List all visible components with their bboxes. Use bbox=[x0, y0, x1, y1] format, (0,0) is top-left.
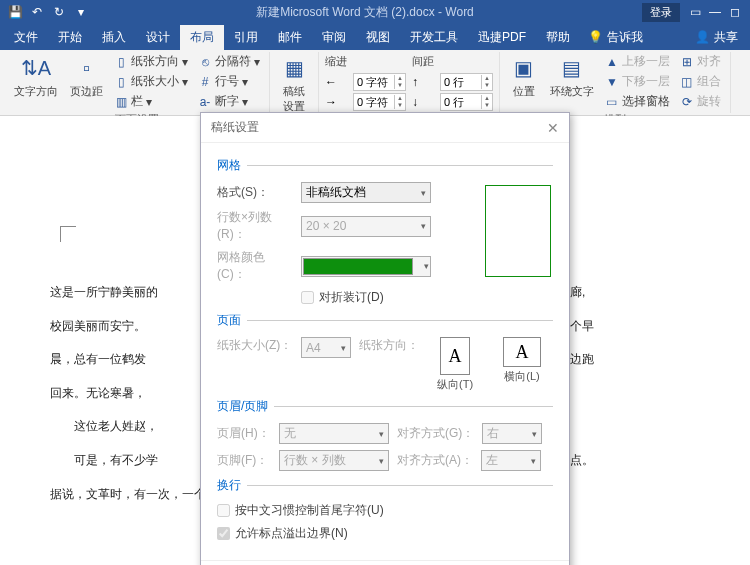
close-icon[interactable]: ✕ bbox=[547, 120, 559, 136]
send-backward-button[interactable]: ▼下移一层 bbox=[602, 72, 673, 91]
section-grid: 网格 bbox=[217, 157, 553, 174]
undo-icon[interactable]: ↶ bbox=[30, 5, 44, 19]
group-paragraph: 缩进 间距 ← ▲▼ ↑ ▲▼ → ▲▼ ↓ ▲▼ 段落 bbox=[319, 52, 500, 113]
chevron-down-icon: ▾ bbox=[531, 456, 536, 466]
rowcol-label: 行数×列数(R)： bbox=[217, 209, 293, 243]
orientation-button[interactable]: ▯纸张方向▾ bbox=[111, 52, 191, 71]
qat: 💾 ↶ ↻ ▾ bbox=[8, 5, 88, 19]
fold-checkbox[interactable]: 对折装订(D) bbox=[301, 289, 384, 306]
color-swatch bbox=[303, 258, 413, 275]
tab-mailings[interactable]: 邮件 bbox=[268, 25, 312, 50]
window-title: 新建Microsoft Word 文档 (2).docx - Word bbox=[88, 4, 642, 21]
spacing-before-input[interactable]: ▲▼ bbox=[440, 73, 493, 91]
group-page-setup: ⇅A文字方向 ▫页边距 ▯纸张方向▾ ▯纸张大小▾ ▥栏▾ ⎋分隔符▾ #行号▾… bbox=[4, 52, 270, 113]
login-button[interactable]: 登录 bbox=[642, 3, 680, 22]
margins-icon: ▫ bbox=[73, 54, 101, 82]
qat-more-icon[interactable]: ▾ bbox=[74, 5, 88, 19]
tab-developer[interactable]: 开发工具 bbox=[400, 25, 468, 50]
position-button[interactable]: ▣位置 bbox=[506, 52, 542, 101]
tab-file[interactable]: 文件 bbox=[4, 25, 48, 50]
wrap-icon: ▤ bbox=[558, 54, 586, 82]
tab-layout[interactable]: 布局 bbox=[180, 25, 224, 50]
papersize-label: 纸张大小(Z)： bbox=[217, 337, 293, 354]
size-button[interactable]: ▯纸张大小▾ bbox=[111, 72, 191, 91]
alignG-label: 对齐方式(G)： bbox=[397, 425, 474, 442]
ribbon-options-icon[interactable]: ▭ bbox=[688, 5, 702, 19]
selection-pane-icon: ▭ bbox=[605, 95, 619, 109]
preview-box bbox=[485, 185, 551, 277]
send-backward-icon: ▼ bbox=[605, 75, 619, 89]
bring-forward-icon: ▲ bbox=[605, 55, 619, 69]
orient-label: 纸张方向： bbox=[359, 337, 419, 354]
chevron-down-icon: ▾ bbox=[182, 75, 188, 89]
manuscript-settings-button[interactable]: ▦稿纸 设置 bbox=[276, 52, 312, 116]
wrap-text-button[interactable]: ▤环绕文字 bbox=[546, 52, 598, 101]
menu-bar: 文件 开始 插入 设计 布局 引用 邮件 审阅 视图 开发工具 迅捷PDF 帮助… bbox=[0, 24, 750, 50]
margin-corner bbox=[60, 226, 76, 242]
tab-home[interactable]: 开始 bbox=[48, 25, 92, 50]
chevron-down-icon: ▾ bbox=[242, 95, 248, 109]
orientation-landscape[interactable]: A横向(L) bbox=[503, 337, 541, 392]
margins-button[interactable]: ▫页边距 bbox=[66, 52, 107, 101]
share-button[interactable]: 👤共享 bbox=[687, 29, 746, 46]
color-label: 网格颜色(C)： bbox=[217, 249, 293, 283]
manuscript-settings-dialog: 稿纸设置 ✕ 网格 格式(S)： 非稿纸文档▾ 行数×列数(R)： 20 × 2… bbox=[200, 112, 570, 565]
breaks-button[interactable]: ⎋分隔符▾ bbox=[195, 52, 263, 71]
tab-review[interactable]: 审阅 bbox=[312, 25, 356, 50]
orientation-portrait[interactable]: A纵向(T) bbox=[437, 337, 473, 392]
section-page: 页面 bbox=[217, 312, 553, 329]
hyphenation-button[interactable]: a-断字▾ bbox=[195, 92, 263, 111]
tab-help[interactable]: 帮助 bbox=[536, 25, 580, 50]
indent-right-input[interactable]: ▲▼ bbox=[353, 93, 406, 111]
bring-forward-button[interactable]: ▲上移一层 bbox=[602, 52, 673, 71]
dialog-titlebar: 稿纸设置 ✕ bbox=[201, 113, 569, 143]
rotate-button[interactable]: ⟳旋转 bbox=[677, 92, 724, 111]
align-button[interactable]: ⊞对齐 bbox=[677, 52, 724, 71]
overflow-checkbox[interactable]: 允许标点溢出边界(N) bbox=[217, 525, 348, 542]
spacing-after-input[interactable]: ▲▼ bbox=[440, 93, 493, 111]
chevron-down-icon: ▾ bbox=[182, 55, 188, 69]
chevron-down-icon: ▾ bbox=[421, 188, 426, 198]
group-manuscript: ▦稿纸 设置 稿纸 bbox=[270, 52, 319, 113]
bulb-icon: 💡 bbox=[588, 30, 603, 44]
columns-icon: ▥ bbox=[114, 95, 128, 109]
text-direction-button[interactable]: ⇅A文字方向 bbox=[10, 52, 62, 101]
line-numbers-button[interactable]: #行号▾ bbox=[195, 72, 263, 91]
cjk-wrap-checkbox[interactable]: 按中文习惯控制首尾字符(U) bbox=[217, 502, 384, 519]
redo-icon[interactable]: ↻ bbox=[52, 5, 66, 19]
chevron-down-icon: ▾ bbox=[424, 261, 429, 271]
ribbon: ⇅A文字方向 ▫页边距 ▯纸张方向▾ ▯纸张大小▾ ▥栏▾ ⎋分隔符▾ #行号▾… bbox=[0, 50, 750, 116]
tab-view[interactable]: 视图 bbox=[356, 25, 400, 50]
tab-design[interactable]: 设计 bbox=[136, 25, 180, 50]
tab-references[interactable]: 引用 bbox=[224, 25, 268, 50]
tab-pdf[interactable]: 迅捷PDF bbox=[468, 25, 536, 50]
text-direction-icon: ⇅A bbox=[22, 54, 50, 82]
maximize-icon[interactable]: ◻ bbox=[728, 5, 742, 19]
chevron-down-icon: ▾ bbox=[341, 343, 346, 353]
section-header-footer: 页眉/页脚 bbox=[217, 398, 553, 415]
indent-left-input[interactable]: ▲▼ bbox=[353, 73, 406, 91]
columns-button[interactable]: ▥栏▾ bbox=[111, 92, 191, 111]
selection-pane-button[interactable]: ▭选择窗格 bbox=[602, 92, 673, 111]
format-select[interactable]: 非稿纸文档▾ bbox=[301, 182, 431, 203]
spacing-label: 间距 bbox=[412, 54, 434, 71]
alignG-select: 右▾ bbox=[482, 423, 542, 444]
group-arrange: ▣位置 ▤环绕文字 ▲上移一层 ▼下移一层 ▭选择窗格 ⊞对齐 ◫组合 ⟳旋转 … bbox=[500, 52, 731, 113]
tell-me[interactable]: 💡告诉我 bbox=[580, 29, 651, 46]
indent-left-icon: ← bbox=[325, 75, 347, 89]
chevron-down-icon: ▾ bbox=[254, 55, 260, 69]
color-select: ▾ bbox=[301, 256, 431, 277]
save-icon[interactable]: 💾 bbox=[8, 5, 22, 19]
tab-insert[interactable]: 插入 bbox=[92, 25, 136, 50]
line-numbers-icon: # bbox=[198, 75, 212, 89]
chevron-down-icon: ▾ bbox=[242, 75, 248, 89]
breaks-icon: ⎋ bbox=[198, 55, 212, 69]
share-icon: 👤 bbox=[695, 30, 710, 44]
minimize-icon[interactable]: — bbox=[708, 5, 722, 19]
title-bar: 💾 ↶ ↻ ▾ 新建Microsoft Word 文档 (2).docx - W… bbox=[0, 0, 750, 24]
alignA-select: 左▾ bbox=[481, 450, 541, 471]
group-button[interactable]: ◫组合 bbox=[677, 72, 724, 91]
dialog-title: 稿纸设置 bbox=[211, 119, 259, 136]
size-icon: ▯ bbox=[114, 75, 128, 89]
chevron-down-icon: ▾ bbox=[532, 429, 537, 439]
